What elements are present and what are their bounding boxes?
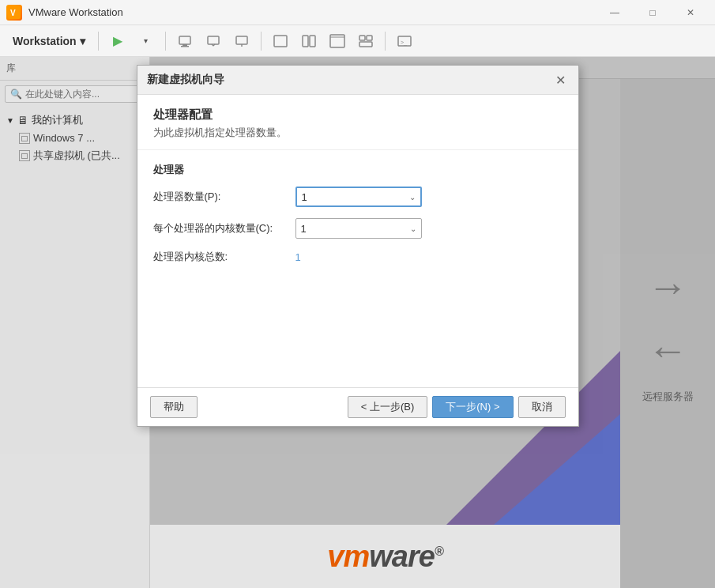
svg-rect-2 xyxy=(179,36,190,44)
view-full-button[interactable] xyxy=(325,28,350,54)
svg-rect-9 xyxy=(303,36,308,47)
cancel-button[interactable]: 取消 xyxy=(518,396,566,418)
back-button[interactable]: < 上一步(B) xyxy=(348,396,428,418)
maximize-button[interactable]: □ xyxy=(634,1,671,24)
cores-per-processor-row: 每个处理器的内核数量(C): 1 ⌄ xyxy=(153,218,563,239)
dialog-title-bar: 新建虚拟机向导 ✕ xyxy=(137,66,578,95)
view-single-button[interactable] xyxy=(268,28,293,54)
cores-per-processor-label: 每个处理器的内核数量(C): xyxy=(153,221,295,236)
dialog-overlay: 新建虚拟机向导 ✕ 处理器配置 为此虚拟机指定处理器数量。 处理器 处理器数量(… xyxy=(0,57,715,588)
svg-rect-14 xyxy=(359,42,372,47)
view-unity-button[interactable] xyxy=(353,28,378,54)
svg-rect-8 xyxy=(274,36,287,47)
cores-dropdown-icon: ⌄ xyxy=(410,224,416,233)
total-cores-value: 1 xyxy=(295,251,301,263)
processor-count-label: 处理器数量(P): xyxy=(153,190,295,204)
new-vm-wizard-dialog: 新建虚拟机向导 ✕ 处理器配置 为此虚拟机指定处理器数量。 处理器 处理器数量(… xyxy=(137,65,579,427)
play-button[interactable]: ▶ xyxy=(105,28,130,54)
footer-right: < 上一步(B) 下一步(N) > 取消 xyxy=(348,396,566,418)
toolbar-dropdown-button[interactable]: ▾ xyxy=(134,28,159,54)
app-icon: V xyxy=(6,5,22,21)
close-button[interactable]: ✕ xyxy=(672,1,709,24)
dropdown-arrow-icon: ▾ xyxy=(80,35,85,47)
processor-count-value: 1 xyxy=(302,191,307,203)
svg-rect-10 xyxy=(310,36,315,47)
toolbar-separator-4 xyxy=(385,32,386,51)
toolbar-separator-1 xyxy=(98,32,99,51)
toolbar-separator-2 xyxy=(165,32,166,51)
svg-rect-13 xyxy=(367,36,372,40)
suspend-button[interactable] xyxy=(172,28,198,54)
next-button[interactable]: 下一步(N) > xyxy=(432,396,513,418)
app-title: VMware Workstation xyxy=(28,6,123,18)
dialog-header: 处理器配置 为此虚拟机指定处理器数量。 xyxy=(137,95,578,150)
total-cores-row: 处理器内核总数: 1 xyxy=(153,250,563,264)
shutdown-button[interactable] xyxy=(229,28,254,54)
console-button[interactable]: >_ xyxy=(392,28,417,54)
title-bar: V VMware Workstation — □ ✕ xyxy=(0,0,715,25)
help-button[interactable]: 帮助 xyxy=(150,396,198,418)
dialog-footer: 帮助 < 上一步(B) 下一步(N) > 取消 xyxy=(137,387,578,426)
dialog-body: 处理器 处理器数量(P): 1 ⌄ 每个处理器的内核数量(C): 1 ⌄ xyxy=(137,150,578,387)
svg-text:>_: >_ xyxy=(401,40,407,46)
cores-per-processor-value: 1 xyxy=(301,223,307,235)
workstation-menu-button[interactable]: Workstation ▾ xyxy=(6,32,92,51)
processor-count-dropdown-icon: ⌄ xyxy=(409,193,416,202)
workstation-label: Workstation xyxy=(13,35,77,47)
cores-per-processor-control: 1 ⌄ xyxy=(295,218,563,239)
svg-rect-11 xyxy=(330,35,344,47)
restart-button[interactable] xyxy=(201,28,226,54)
svg-rect-6 xyxy=(236,36,247,44)
processor-count-select[interactable]: 1 ⌄ xyxy=(295,187,422,207)
footer-left: 帮助 xyxy=(150,396,198,418)
cores-per-processor-select[interactable]: 1 ⌄ xyxy=(295,218,422,239)
svg-rect-12 xyxy=(359,36,365,40)
svg-rect-5 xyxy=(208,36,219,44)
toolbar: Workstation ▾ ▶ ▾ xyxy=(0,25,715,57)
dialog-section-title: 处理器配置 xyxy=(153,107,563,122)
view-split-button[interactable] xyxy=(296,28,322,54)
dialog-close-button[interactable]: ✕ xyxy=(553,72,569,88)
dialog-section-desc: 为此虚拟机指定处理器数量。 xyxy=(153,126,563,140)
processor-count-control: 1 ⌄ xyxy=(295,187,563,207)
minimize-button[interactable]: — xyxy=(596,1,633,24)
svg-rect-4 xyxy=(181,46,189,47)
processor-group-label: 处理器 xyxy=(153,163,563,177)
dialog-title: 新建虚拟机向导 xyxy=(147,73,224,87)
window-controls: — □ ✕ xyxy=(596,1,709,24)
svg-text:V: V xyxy=(10,9,16,17)
svg-rect-3 xyxy=(183,44,187,46)
total-cores-control: 1 xyxy=(295,251,563,263)
processor-count-row: 处理器数量(P): 1 ⌄ xyxy=(153,187,563,207)
toolbar-separator-3 xyxy=(261,32,262,51)
total-cores-label: 处理器内核总数: xyxy=(153,250,295,264)
